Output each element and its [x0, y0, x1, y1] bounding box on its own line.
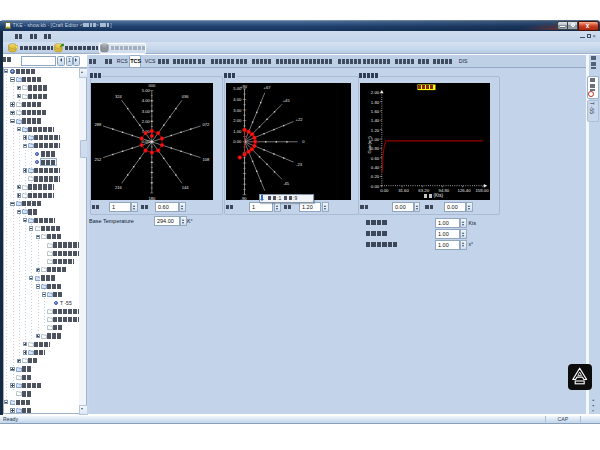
svg-text:072: 072 — [202, 122, 210, 127]
svg-text:3.00: 3.00 — [142, 109, 151, 114]
svg-text:5.00: 5.00 — [142, 88, 151, 93]
svg-text:-45: -45 — [283, 181, 290, 186]
svg-text:0.80: 0.80 — [371, 146, 380, 151]
svg-text:0.00: 0.00 — [233, 139, 242, 144]
svg-text:0.40: 0.40 — [371, 165, 380, 170]
svg-text:Gain(m°): Gain(m°) — [367, 135, 372, 153]
svg-text:+90: +90 — [240, 84, 248, 89]
svg-text:4.00: 4.00 — [142, 98, 151, 103]
svg-text:036: 036 — [182, 94, 190, 99]
svg-text:4.00: 4.00 — [233, 97, 242, 102]
svg-text:0.20: 0.20 — [371, 174, 380, 179]
svg-text:126.40: 126.40 — [457, 188, 471, 193]
svg-text:0: 0 — [302, 139, 305, 144]
svg-text:1.60: 1.60 — [371, 108, 380, 113]
svg-text:(Kts): (Kts) — [433, 193, 443, 198]
svg-text:+22: +22 — [295, 117, 303, 122]
svg-text:0.60: 0.60 — [371, 155, 380, 160]
svg-text:108: 108 — [202, 157, 210, 162]
svg-text:2.00: 2.00 — [371, 90, 380, 95]
svg-text:1.00: 1.00 — [233, 129, 242, 134]
svg-text:+67: +67 — [263, 85, 271, 90]
svg-text:144: 144 — [182, 185, 190, 190]
svg-text:-23: -23 — [296, 162, 303, 167]
svg-text:158.00: 158.00 — [475, 188, 489, 193]
svg-text:1.00: 1.00 — [371, 137, 380, 142]
svg-text:288: 288 — [94, 122, 102, 127]
svg-text:180: 180 — [148, 196, 156, 200]
svg-text:324: 324 — [115, 94, 123, 99]
svg-text:1.20: 1.20 — [371, 127, 380, 132]
svg-text:2.00: 2.00 — [233, 118, 242, 123]
svg-text:-90: -90 — [240, 196, 247, 200]
svg-text:1.40: 1.40 — [371, 118, 380, 123]
svg-text:0.00: 0.00 — [371, 183, 380, 188]
svg-text:1.80: 1.80 — [371, 99, 380, 104]
svg-text:000: 000 — [148, 83, 156, 88]
svg-text:0.00: 0.00 — [380, 188, 389, 193]
svg-text:252: 252 — [94, 157, 102, 162]
svg-text:31.60: 31.60 — [398, 188, 409, 193]
svg-text:63.20: 63.20 — [418, 188, 429, 193]
svg-text:3.00: 3.00 — [233, 108, 242, 113]
svg-text:+45: +45 — [283, 98, 291, 103]
svg-text:2.00: 2.00 — [142, 119, 151, 124]
svg-text:216: 216 — [115, 185, 123, 190]
